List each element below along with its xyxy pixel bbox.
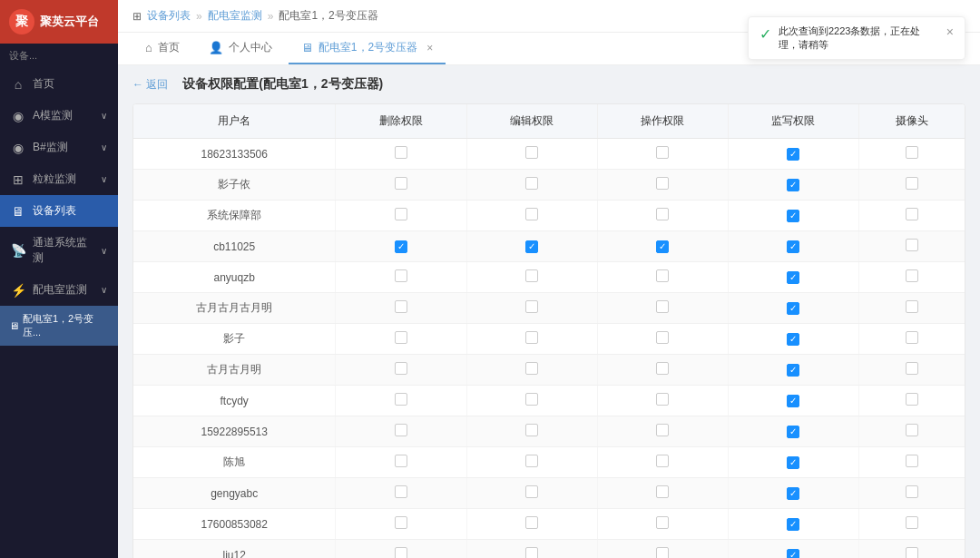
monitor-cb-4[interactable]: ✓: [787, 271, 799, 284]
operate-cb-0[interactable]: [656, 146, 669, 159]
monitor-cb-1[interactable]: ✓: [787, 179, 799, 191]
delete-cb-3[interactable]: ✓: [395, 240, 407, 253]
delete-cb-9[interactable]: [395, 424, 407, 436]
sidebar-item-device-sub[interactable]: 🖥 配电室1，2号变压...: [0, 306, 118, 346]
camera-cb-0[interactable]: [906, 146, 918, 159]
monitor-cb-0[interactable]: ✓: [787, 148, 799, 161]
chevron-icon: ∨: [101, 111, 107, 121]
camera-cb-8[interactable]: [906, 393, 918, 406]
delete-cb-6[interactable]: [395, 331, 407, 344]
edit-cb-13[interactable]: [525, 547, 538, 558]
delete-cb-11[interactable]: [395, 485, 407, 498]
monitor-cb-6[interactable]: ✓: [787, 333, 799, 346]
edit-cb-3[interactable]: ✓: [525, 240, 538, 253]
monitor-cb-7[interactable]: ✓: [787, 364, 799, 377]
channel-icon: 📡: [11, 243, 25, 258]
edit-cb-4[interactable]: [525, 269, 538, 282]
camera-cb-11[interactable]: [906, 485, 918, 498]
tab-device[interactable]: 🖥 配电室1，2号变压器 ×: [289, 33, 446, 64]
operate-cb-11[interactable]: [656, 485, 669, 498]
notification-close[interactable]: ×: [946, 24, 954, 39]
logo: 聚 聚英云平台: [0, 0, 118, 44]
edit-cb-8[interactable]: [525, 393, 538, 406]
delete-cb-1[interactable]: [395, 177, 407, 190]
operate-cb-6[interactable]: [656, 331, 669, 344]
camera-cb-1[interactable]: [906, 177, 918, 190]
cell-operate: [597, 324, 728, 355]
delete-cb-7[interactable]: [395, 362, 407, 375]
operate-cb-8[interactable]: [656, 393, 669, 406]
tab-personal[interactable]: 👤 个人中心: [196, 33, 285, 64]
delete-cb-12[interactable]: [395, 516, 407, 529]
camera-cb-5[interactable]: [906, 300, 918, 313]
sidebar-item-lili[interactable]: ⊞ 粒粒监测 ∨: [0, 163, 118, 195]
camera-cb-4[interactable]: [906, 269, 918, 282]
sidebar-item-a-monitor[interactable]: ◉ A模监测 ∨: [0, 100, 118, 132]
camera-cb-10[interactable]: [906, 455, 918, 467]
camera-cb-3[interactable]: [906, 239, 918, 251]
edit-cb-9[interactable]: [525, 424, 538, 436]
camera-cb-6[interactable]: [906, 331, 918, 344]
monitor-cb-8[interactable]: ✓: [787, 395, 799, 407]
sidebar-item-device-list[interactable]: 🖥 设备列表: [0, 195, 118, 227]
delete-cb-4[interactable]: [395, 269, 407, 282]
monitor-cb-13[interactable]: ✓: [787, 549, 799, 558]
sidebar-item-channel[interactable]: 📡 通道系统监测 ∨: [0, 227, 118, 274]
edit-cb-6[interactable]: [525, 331, 538, 344]
edit-cb-wrapper: ✓: [525, 240, 538, 253]
camera-cb-2[interactable]: [906, 208, 918, 220]
cell-monitor: ✓: [728, 262, 858, 293]
delete-cb-5[interactable]: [395, 300, 407, 313]
back-button[interactable]: ← 返回: [132, 77, 168, 93]
operate-cb-13[interactable]: [656, 547, 669, 558]
monitor-cb-3[interactable]: ✓: [787, 240, 799, 253]
sidebar-item-elec-room[interactable]: ⚡ 配电室监测 ∨: [0, 274, 118, 306]
elec-room-icon: ⚡: [11, 283, 25, 298]
edit-cb-1[interactable]: [525, 177, 538, 190]
camera-cb-7[interactable]: [906, 362, 918, 375]
tab-close-icon[interactable]: ×: [426, 42, 433, 54]
sidebar-item-b-monitor[interactable]: ◉ B#监测 ∨: [0, 132, 118, 163]
tab-home[interactable]: ⌂ 首页: [132, 33, 192, 64]
edit-cb-2[interactable]: [525, 208, 538, 220]
monitor-cb-wrapper: ✓: [787, 518, 799, 531]
delete-cb-0[interactable]: [395, 146, 407, 159]
operate-cb-2[interactable]: [656, 208, 669, 220]
operate-cb-3[interactable]: ✓: [656, 240, 669, 253]
monitor-cb-2[interactable]: ✓: [787, 210, 799, 222]
delete-cb-10[interactable]: [395, 455, 407, 467]
delete-cb-2[interactable]: [395, 208, 407, 220]
delete-cb-13[interactable]: [395, 547, 407, 558]
breadcrumb-elec-room[interactable]: 配电室监测: [208, 8, 262, 24]
operate-cb-1[interactable]: [656, 177, 669, 190]
camera-cb-9[interactable]: [906, 424, 918, 436]
delete-cb-8[interactable]: [395, 393, 407, 406]
cell-username: 陈旭: [133, 447, 336, 478]
camera-cb-wrapper: [906, 516, 918, 529]
edit-cb-7[interactable]: [525, 362, 538, 375]
operate-cb-10[interactable]: [656, 455, 669, 467]
cell-monitor: ✓: [728, 324, 858, 355]
delete-cb-wrapper: [395, 208, 407, 220]
operate-cb-wrapper: [656, 485, 669, 498]
cell-edit: ✓: [466, 231, 597, 262]
operate-cb-12[interactable]: [656, 516, 669, 529]
camera-cb-13[interactable]: [906, 547, 918, 558]
operate-cb-5[interactable]: [656, 300, 669, 313]
edit-cb-12[interactable]: [525, 516, 538, 529]
camera-cb-12[interactable]: [906, 516, 918, 529]
operate-cb-4[interactable]: [656, 269, 669, 282]
monitor-cb-9[interactable]: ✓: [787, 426, 799, 438]
operate-cb-9[interactable]: [656, 424, 669, 436]
operate-cb-7[interactable]: [656, 362, 669, 375]
monitor-cb-12[interactable]: ✓: [787, 518, 799, 531]
edit-cb-11[interactable]: [525, 485, 538, 498]
edit-cb-0[interactable]: [525, 146, 538, 159]
sidebar-item-home[interactable]: ⌂ 首页: [0, 68, 118, 100]
monitor-cb-11[interactable]: ✓: [787, 487, 799, 500]
breadcrumb-device-list[interactable]: 设备列表: [147, 8, 191, 24]
monitor-cb-5[interactable]: ✓: [787, 302, 799, 315]
edit-cb-5[interactable]: [525, 300, 538, 313]
edit-cb-10[interactable]: [525, 455, 538, 467]
monitor-cb-10[interactable]: ✓: [787, 456, 799, 469]
